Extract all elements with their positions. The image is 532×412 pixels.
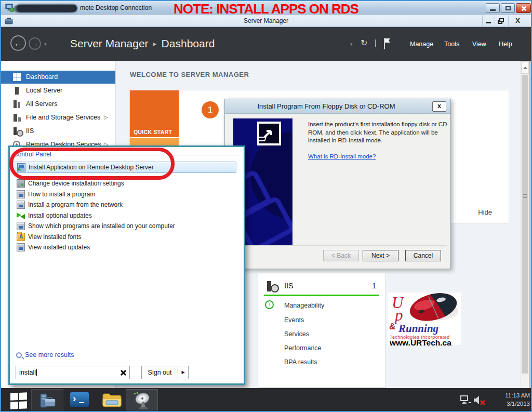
result-label: Install Application on Remote Desktop Se… [29, 164, 154, 171]
scroll-up-button[interactable] [521, 61, 529, 74]
menu-help[interactable]: Help [499, 41, 512, 48]
app-header: ← → ▾ Server Manager▸Dashboard ▾ ↻ | Man… [1, 27, 531, 61]
next-button[interactable]: Next > [363, 250, 398, 261]
sidebar-item-file-storage[interactable]: File and Storage Services ▷ [1, 111, 115, 124]
cancel-button[interactable]: Cancel [405, 250, 441, 261]
app-titlebar: Server Manager X [1, 15, 531, 27]
result-install-optional-updates[interactable]: Install optional updates [12, 210, 241, 221]
sidebar-item-iis[interactable]: IIS [1, 125, 115, 138]
sign-out-button[interactable]: Sign out [141, 366, 178, 379]
iis-row-performance[interactable]: Performance [284, 344, 322, 352]
forward-arrow-icon: → [31, 39, 38, 48]
minimize-icon [486, 22, 491, 23]
flag-icon[interactable] [383, 37, 391, 50]
hide-link[interactable]: Hide [478, 208, 492, 216]
windows-logo-icon [10, 392, 27, 409]
clock-date: 3/1/2013 [484, 400, 530, 408]
see-more-results-link[interactable]: See more results [25, 351, 74, 358]
quick-start-tile[interactable]: QUICK START [130, 90, 179, 137]
result-view-installed-updates[interactable]: View installed updates [12, 242, 241, 252]
back-button: < Back [323, 250, 359, 261]
iis-icon [267, 280, 279, 293]
install-app-icon [17, 163, 25, 171]
sign-out-options-button[interactable]: ▶ [178, 366, 189, 379]
taskbar-rdp-session[interactable] [126, 389, 158, 410]
redacted-text-smudge [17, 5, 77, 12]
manageability-up-icon: ↑ [265, 300, 274, 309]
taskbar-powershell[interactable] [64, 389, 97, 410]
server-manager-icon [39, 393, 56, 408]
taskbar: 11:13 AM 3/1/2013 [1, 388, 531, 411]
rdp-connection-icon [5, 3, 15, 12]
scrollbar-thumb[interactable] [522, 75, 528, 374]
network-tray-icon[interactable] [460, 395, 472, 405]
scrollbar-grip-icon [523, 194, 527, 198]
rdp-minimize-button[interactable] [486, 3, 500, 13]
menu-tools[interactable]: Tools [444, 41, 459, 48]
rdp-close-button[interactable] [516, 3, 531, 13]
result-change-device-settings[interactable]: Change device installation settings [12, 178, 241, 189]
breadcrumb-root[interactable]: Server Manager [70, 37, 149, 49]
menu-view[interactable]: View [472, 41, 486, 48]
window-frame-edge [529, 61, 531, 388]
refresh-icon[interactable]: ↻ [361, 38, 367, 48]
dashboard-icon [13, 73, 21, 81]
search-results-panel: Control Panel Install Application on Rem… [8, 145, 245, 385]
iis-row-events[interactable]: Events [284, 316, 304, 324]
notifications-dropdown-icon[interactable]: ▾ [350, 42, 353, 47]
search-input[interactable] [16, 366, 130, 379]
program-icon [17, 190, 25, 198]
program-icon [17, 222, 25, 230]
iis-row-bpa-results[interactable]: BPA results [284, 358, 317, 366]
taskbar-file-explorer[interactable] [97, 389, 129, 410]
sidebar-item-local-server[interactable]: Local Server [1, 84, 115, 97]
taskbar-clock[interactable]: 11:13 AM 3/1/2013 [484, 391, 530, 408]
up-arrow-icon: ↑ [268, 301, 271, 308]
sidebar-item-label: File and Storage Services [26, 114, 100, 121]
breadcrumb-page: Dashboard [162, 37, 215, 49]
taskbar-server-manager[interactable] [31, 389, 63, 410]
result-label: How to install a program [28, 191, 95, 198]
rdp-session-window: mote Desktop Connection NOTE: INSTALL AP… [0, 0, 532, 412]
satellite-dish-icon [133, 392, 152, 409]
result-install-from-network[interactable]: Install a program from the network [12, 200, 241, 210]
breadcrumb: Server Manager▸Dashboard [70, 37, 215, 50]
iis-role-tile: IIS 1 ↑ Manageability Events Services Pe… [258, 273, 386, 388]
up-arrow-icon [523, 67, 527, 69]
folder-icon [102, 391, 123, 409]
program-icon [17, 243, 25, 251]
result-install-app-on-rds[interactable]: Install Application on Remote Desktop Se… [12, 162, 236, 173]
back-button[interactable]: ← [10, 35, 26, 51]
result-how-to-install[interactable]: How to install a program [12, 189, 241, 200]
rd-install-mode-link[interactable]: What is RD-Install mode? [308, 153, 376, 160]
program-icon [17, 201, 25, 209]
result-view-installed-fonts[interactable]: View installed fonts [12, 232, 241, 242]
start-button[interactable] [3, 389, 30, 410]
window-close-button[interactable]: X [508, 16, 527, 26]
vertical-scrollbar[interactable] [521, 61, 529, 388]
iis-row-services[interactable]: Services [284, 330, 309, 338]
result-show-installed-programs[interactable]: Show which programs are installed on you… [12, 221, 241, 231]
dialog-close-button[interactable]: x [432, 101, 446, 112]
window-restore-button[interactable] [495, 16, 508, 26]
file-storage-icon [13, 114, 21, 122]
rdp-restore-button[interactable] [501, 3, 515, 13]
step-1-badge: 1 [202, 101, 219, 118]
expand-arrow-icon[interactable]: ▷ [104, 114, 108, 120]
sidebar-item-all-servers[interactable]: All Servers [1, 98, 115, 111]
iis-row-manageability[interactable]: Manageability [284, 302, 324, 309]
sidebar-item-dashboard[interactable]: Dashboard [1, 71, 115, 84]
forward-button[interactable]: → [29, 37, 41, 50]
iis-tile-title[interactable]: IIS [284, 282, 294, 290]
window-minimize-button[interactable] [482, 16, 494, 26]
result-label: Install optional updates [28, 212, 92, 219]
nav-dropdown-icon[interactable]: ▾ [44, 42, 47, 47]
powershell-icon [70, 392, 89, 407]
dialog-titlebar[interactable]: Install Program From Floppy Disk or CD-R… [225, 99, 450, 114]
logo-ampersand: & [389, 322, 395, 332]
sidebar-item-label: Dashboard [26, 73, 58, 81]
dialog-body-text: Insert the product's first installation … [308, 121, 449, 145]
menu-manage[interactable]: Manage [410, 41, 433, 48]
clear-search-icon[interactable] [121, 370, 126, 376]
group-header-rule [65, 155, 238, 155]
